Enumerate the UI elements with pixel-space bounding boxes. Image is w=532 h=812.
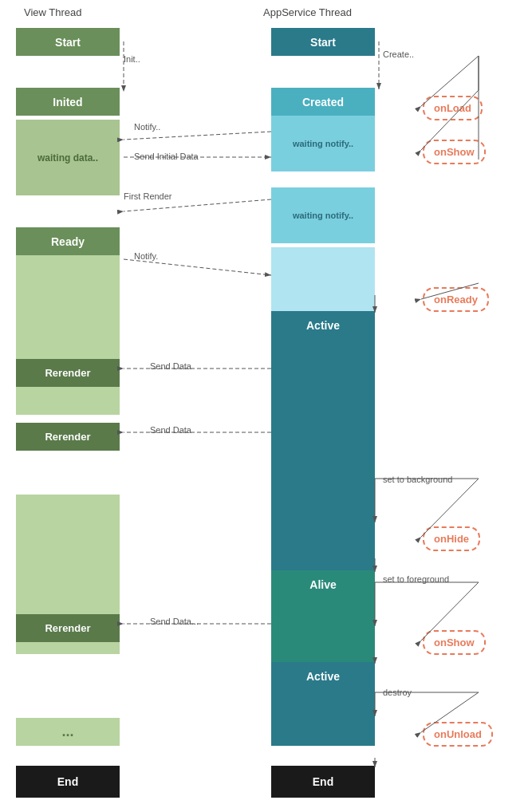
at-light-block [271, 247, 375, 311]
label-send-data2: Send Data [150, 425, 191, 435]
label-create: Create.. [383, 49, 414, 59]
at-alive-bar [271, 598, 375, 662]
vt-inited-block: Inited [16, 88, 120, 116]
label-set-to-foreground: set to foreground [383, 574, 449, 584]
on-unload-box: onUnload [423, 722, 493, 747]
svg-line-6 [124, 199, 271, 211]
at-alive-block: Alive [271, 570, 375, 598]
on-load-box: onLoad [423, 96, 483, 120]
on-hide-box: onHide [423, 526, 480, 551]
vt-dots-block: ... [16, 718, 120, 746]
at-active1-bar [271, 339, 375, 570]
svg-line-4 [124, 132, 271, 140]
label-send-data1: Send Data [150, 361, 191, 371]
at-waiting1-block: waiting notify.. [271, 116, 375, 171]
label-notify2: Notify. [134, 251, 158, 261]
label-destroy: destroy [383, 688, 412, 697]
at-active2-block: Active [271, 662, 375, 690]
vt-ready-bar [16, 255, 120, 415]
label-init: Init.. [124, 54, 140, 64]
at-created-block: Created [271, 88, 375, 116]
vt-end-block: End [16, 766, 120, 798]
at-end-block: End [271, 766, 375, 798]
svg-line-7 [124, 259, 271, 275]
vt-waiting-data-block: waiting data.. [16, 120, 120, 195]
vt-rerender3-block: Rerender [16, 614, 120, 642]
vt-rerender1-block: Rerender [16, 359, 120, 387]
on-show2-box: onShow [423, 630, 486, 655]
vt-rerender2-block: Rerender [16, 423, 120, 451]
vt-start-block: Start [16, 28, 120, 56]
label-set-to-background: set to background [383, 475, 452, 484]
at-active1-block: Active [271, 311, 375, 339]
at-start-block: Start [271, 28, 375, 56]
label-send-data3: Send Data... [150, 617, 199, 626]
diagram-container: View Thread AppService Thread Start Init… [0, 0, 532, 812]
view-thread-header: View Thread [24, 6, 82, 18]
label-send-initial-data: Send Initial Data [134, 152, 199, 161]
label-notify1: Notify.. [134, 122, 160, 132]
at-waiting2-block: waiting notify.. [271, 187, 375, 243]
appservice-thread-header: AppService Thread [263, 6, 352, 18]
vt-ready-block: Ready [16, 227, 120, 255]
label-first-render: First Render [124, 191, 172, 201]
on-ready-box: onReady [423, 287, 489, 312]
on-show1-box: onShow [423, 140, 486, 164]
at-active2-bar [271, 690, 375, 746]
